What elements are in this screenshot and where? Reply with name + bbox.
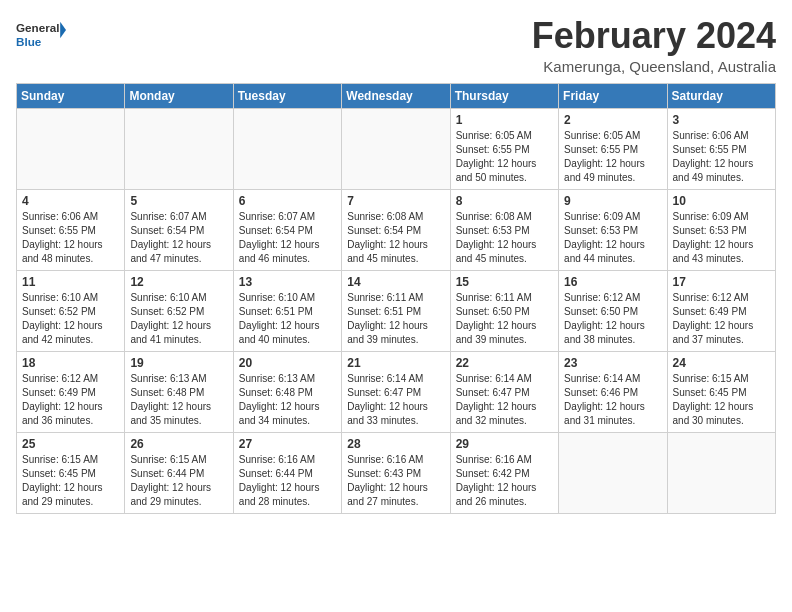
calendar-cell: 15Sunrise: 6:11 AM Sunset: 6:50 PM Dayli… [450,270,558,351]
day-number: 20 [239,356,336,370]
day-info: Sunrise: 6:07 AM Sunset: 6:54 PM Dayligh… [130,210,227,266]
day-info: Sunrise: 6:12 AM Sunset: 6:49 PM Dayligh… [22,372,119,428]
calendar-cell: 14Sunrise: 6:11 AM Sunset: 6:51 PM Dayli… [342,270,450,351]
day-info: Sunrise: 6:16 AM Sunset: 6:43 PM Dayligh… [347,453,444,509]
day-number: 10 [673,194,770,208]
day-number: 17 [673,275,770,289]
calendar-cell: 6Sunrise: 6:07 AM Sunset: 6:54 PM Daylig… [233,189,341,270]
day-number: 6 [239,194,336,208]
calendar-cell: 17Sunrise: 6:12 AM Sunset: 6:49 PM Dayli… [667,270,775,351]
day-number: 9 [564,194,661,208]
day-info: Sunrise: 6:15 AM Sunset: 6:45 PM Dayligh… [673,372,770,428]
day-number: 19 [130,356,227,370]
day-number: 8 [456,194,553,208]
calendar-cell: 11Sunrise: 6:10 AM Sunset: 6:52 PM Dayli… [17,270,125,351]
location-title: Kamerunga, Queensland, Australia [532,58,776,75]
calendar-cell [559,432,667,513]
calendar-cell: 23Sunrise: 6:14 AM Sunset: 6:46 PM Dayli… [559,351,667,432]
day-number: 13 [239,275,336,289]
svg-text:General: General [16,22,59,35]
calendar-cell: 24Sunrise: 6:15 AM Sunset: 6:45 PM Dayli… [667,351,775,432]
day-info: Sunrise: 6:15 AM Sunset: 6:45 PM Dayligh… [22,453,119,509]
calendar-cell: 10Sunrise: 6:09 AM Sunset: 6:53 PM Dayli… [667,189,775,270]
calendar-header-row: SundayMondayTuesdayWednesdayThursdayFrid… [17,83,776,108]
calendar-week-row: 1Sunrise: 6:05 AM Sunset: 6:55 PM Daylig… [17,108,776,189]
title-section: February 2024 Kamerunga, Queensland, Aus… [532,16,776,75]
svg-text:Blue: Blue [16,35,42,48]
day-number: 16 [564,275,661,289]
day-info: Sunrise: 6:11 AM Sunset: 6:51 PM Dayligh… [347,291,444,347]
day-info: Sunrise: 6:09 AM Sunset: 6:53 PM Dayligh… [564,210,661,266]
calendar-cell: 4Sunrise: 6:06 AM Sunset: 6:55 PM Daylig… [17,189,125,270]
calendar-cell: 19Sunrise: 6:13 AM Sunset: 6:48 PM Dayli… [125,351,233,432]
calendar-cell: 13Sunrise: 6:10 AM Sunset: 6:51 PM Dayli… [233,270,341,351]
day-number: 1 [456,113,553,127]
calendar-cell: 9Sunrise: 6:09 AM Sunset: 6:53 PM Daylig… [559,189,667,270]
calendar-week-row: 4Sunrise: 6:06 AM Sunset: 6:55 PM Daylig… [17,189,776,270]
calendar-cell [233,108,341,189]
day-info: Sunrise: 6:07 AM Sunset: 6:54 PM Dayligh… [239,210,336,266]
month-title: February 2024 [532,16,776,56]
day-number: 25 [22,437,119,451]
day-info: Sunrise: 6:10 AM Sunset: 6:51 PM Dayligh… [239,291,336,347]
calendar-day-header: Saturday [667,83,775,108]
day-info: Sunrise: 6:11 AM Sunset: 6:50 PM Dayligh… [456,291,553,347]
calendar-cell: 27Sunrise: 6:16 AM Sunset: 6:44 PM Dayli… [233,432,341,513]
calendar-cell: 26Sunrise: 6:15 AM Sunset: 6:44 PM Dayli… [125,432,233,513]
day-number: 12 [130,275,227,289]
calendar-cell: 8Sunrise: 6:08 AM Sunset: 6:53 PM Daylig… [450,189,558,270]
calendar-week-row: 25Sunrise: 6:15 AM Sunset: 6:45 PM Dayli… [17,432,776,513]
day-number: 5 [130,194,227,208]
day-info: Sunrise: 6:06 AM Sunset: 6:55 PM Dayligh… [673,129,770,185]
day-info: Sunrise: 6:05 AM Sunset: 6:55 PM Dayligh… [564,129,661,185]
day-info: Sunrise: 6:14 AM Sunset: 6:47 PM Dayligh… [347,372,444,428]
calendar-cell [17,108,125,189]
calendar-cell: 16Sunrise: 6:12 AM Sunset: 6:50 PM Dayli… [559,270,667,351]
calendar-cell: 28Sunrise: 6:16 AM Sunset: 6:43 PM Dayli… [342,432,450,513]
day-info: Sunrise: 6:08 AM Sunset: 6:53 PM Dayligh… [456,210,553,266]
day-number: 15 [456,275,553,289]
day-number: 2 [564,113,661,127]
calendar-cell: 21Sunrise: 6:14 AM Sunset: 6:47 PM Dayli… [342,351,450,432]
calendar-day-header: Sunday [17,83,125,108]
day-info: Sunrise: 6:10 AM Sunset: 6:52 PM Dayligh… [22,291,119,347]
header: General Blue February 2024 Kamerunga, Qu… [16,16,776,75]
day-number: 22 [456,356,553,370]
day-info: Sunrise: 6:16 AM Sunset: 6:44 PM Dayligh… [239,453,336,509]
logo: General Blue [16,16,66,54]
calendar-cell: 1Sunrise: 6:05 AM Sunset: 6:55 PM Daylig… [450,108,558,189]
day-number: 26 [130,437,227,451]
calendar-cell: 22Sunrise: 6:14 AM Sunset: 6:47 PM Dayli… [450,351,558,432]
calendar-table: SundayMondayTuesdayWednesdayThursdayFrid… [16,83,776,514]
calendar-cell: 18Sunrise: 6:12 AM Sunset: 6:49 PM Dayli… [17,351,125,432]
day-info: Sunrise: 6:13 AM Sunset: 6:48 PM Dayligh… [239,372,336,428]
day-number: 3 [673,113,770,127]
svg-marker-2 [60,22,66,39]
calendar-cell: 29Sunrise: 6:16 AM Sunset: 6:42 PM Dayli… [450,432,558,513]
day-info: Sunrise: 6:06 AM Sunset: 6:55 PM Dayligh… [22,210,119,266]
day-number: 7 [347,194,444,208]
day-info: Sunrise: 6:15 AM Sunset: 6:44 PM Dayligh… [130,453,227,509]
calendar-cell [125,108,233,189]
day-info: Sunrise: 6:09 AM Sunset: 6:53 PM Dayligh… [673,210,770,266]
day-info: Sunrise: 6:12 AM Sunset: 6:49 PM Dayligh… [673,291,770,347]
day-info: Sunrise: 6:08 AM Sunset: 6:54 PM Dayligh… [347,210,444,266]
calendar-week-row: 18Sunrise: 6:12 AM Sunset: 6:49 PM Dayli… [17,351,776,432]
day-number: 24 [673,356,770,370]
logo-svg: General Blue [16,16,66,54]
calendar-cell: 20Sunrise: 6:13 AM Sunset: 6:48 PM Dayli… [233,351,341,432]
calendar-week-row: 11Sunrise: 6:10 AM Sunset: 6:52 PM Dayli… [17,270,776,351]
calendar-day-header: Friday [559,83,667,108]
calendar-cell [667,432,775,513]
day-info: Sunrise: 6:13 AM Sunset: 6:48 PM Dayligh… [130,372,227,428]
day-info: Sunrise: 6:14 AM Sunset: 6:47 PM Dayligh… [456,372,553,428]
day-number: 28 [347,437,444,451]
calendar-day-header: Tuesday [233,83,341,108]
calendar-cell: 25Sunrise: 6:15 AM Sunset: 6:45 PM Dayli… [17,432,125,513]
calendar-cell: 2Sunrise: 6:05 AM Sunset: 6:55 PM Daylig… [559,108,667,189]
calendar-day-header: Monday [125,83,233,108]
calendar-cell: 12Sunrise: 6:10 AM Sunset: 6:52 PM Dayli… [125,270,233,351]
day-info: Sunrise: 6:05 AM Sunset: 6:55 PM Dayligh… [456,129,553,185]
day-info: Sunrise: 6:14 AM Sunset: 6:46 PM Dayligh… [564,372,661,428]
day-info: Sunrise: 6:16 AM Sunset: 6:42 PM Dayligh… [456,453,553,509]
